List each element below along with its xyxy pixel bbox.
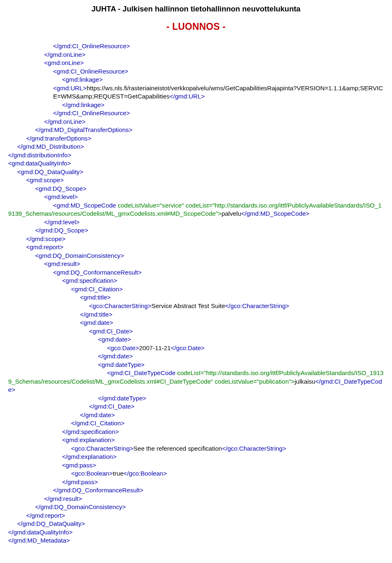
xml-pass-line: <gco:Boolean>true</gco:Boolean> — [8, 469, 384, 478]
xml-tag: </gmd:dataQualityInfo> — [8, 528, 384, 537]
xml-tag: </gmd:onLine> — [8, 51, 384, 59]
xml-tag: <gco:CharacterString> — [89, 302, 151, 309]
page-header: JUHTA - Julkisen hallinnon tietohallinno… — [8, 4, 384, 14]
xml-tag: <gmd:linkage> — [8, 76, 384, 84]
xml-tag: </gmd:CI_Citation> — [8, 419, 384, 428]
xml-tag: <gmd:DQ_Scope> — [8, 185, 384, 193]
xml-tag: </gmd:onLine> — [8, 118, 384, 126]
xml-tag: </gmd:level> — [8, 218, 384, 227]
xml-date-line: <gco:Date>2007-11-21</gco:Date> — [8, 344, 384, 353]
xml-text: palvelu — [221, 210, 241, 217]
xml-url-line: <gmd:URL>https://ws.nls.fi/rasteriaineis… — [8, 84, 384, 101]
xml-tag: <gco:Boolean> — [71, 470, 113, 477]
xml-tag: <gmd:report> — [8, 243, 384, 252]
xml-tag: </gmd:URL> — [169, 93, 205, 100]
xml-tag: <gmd:CI_OnlineResource> — [8, 67, 384, 76]
xml-tag: </gmd:explanation> — [8, 453, 384, 461]
xml-tag: </gmd:scope> — [8, 235, 384, 244]
xml-text: Service Abstract Test Suite — [151, 302, 225, 309]
xml-tag: <gmd:CI_DateTypeCode — [107, 369, 177, 376]
draft-title: - LUONNOS - — [8, 20, 384, 33]
xml-tag: </gco:CharacterString> — [225, 302, 289, 309]
xml-tag: </gmd:MD_DigitalTransferOptions> — [8, 126, 384, 134]
xml-datetype-code: <gmd:CI_DateTypeCode codeList="http://st… — [8, 369, 384, 394]
xml-tag: <gmd:DQ_DataQuality> — [8, 168, 384, 176]
xml-scope-code: <gmd:MD_ScopeCode codeListValue="service… — [8, 201, 384, 218]
xml-tag: </gco:Date> — [171, 344, 205, 351]
xml-tag: </gco:Boolean> — [123, 470, 167, 477]
xml-explanation-line: <gco:CharacterString>See the referenced … — [8, 445, 384, 453]
xml-attr: codeListValue="publication"> — [213, 378, 295, 385]
xml-tag: <gmd:dataQualityInfo> — [8, 159, 384, 168]
xml-tag: <gmd:specification> — [8, 277, 384, 285]
xml-tag: </gmd:title> — [8, 311, 384, 319]
xml-tag: </gmd:distributionInfo> — [8, 151, 384, 160]
xml-tag: </gmd:date> — [8, 411, 384, 420]
xml-tag: </gmd:CI_OnlineResource> — [8, 42, 384, 51]
xml-text: julkaisu — [294, 378, 315, 385]
xml-tag: <gmd:scope> — [8, 176, 384, 185]
xml-tag: </gmd:DQ_DataQuality> — [8, 520, 384, 528]
xml-tag: <gmd:URL> — [53, 85, 87, 92]
xml-tag: <gco:CharacterString> — [71, 445, 134, 452]
xml-tag: <gmd:DQ_ConformanceResult> — [8, 268, 384, 277]
xml-tag: <gmd:level> — [8, 193, 384, 201]
xml-tag: <gmd:CI_Citation> — [8, 285, 384, 294]
xml-tag: </gmd:transferOptions> — [8, 134, 384, 143]
xml-tag: <gco:Date> — [107, 344, 139, 351]
xml-tag: <gmd:MD_ScopeCode — [53, 202, 116, 209]
xml-tag: </gmd:result> — [8, 495, 384, 503]
xml-tag: </gmd:specification> — [8, 428, 384, 436]
xml-tag: </gmd:pass> — [8, 478, 384, 487]
xml-text: https://ws.nls.fi/rasteriaineistot/verkk… — [53, 85, 383, 100]
xml-tag: </gco:CharacterString> — [222, 445, 286, 452]
xml-code-block: </gmd:CI_OnlineResource> </gmd:onLine> <… — [8, 42, 384, 545]
xml-tag: </gmd:CI_Date> — [8, 402, 384, 411]
xml-tag: <gmd:dateType> — [8, 361, 384, 369]
xml-tag: <gmd:onLine> — [8, 59, 384, 67]
xml-tag: <gmd:DQ_DomainConsistency> — [8, 252, 384, 260]
xml-tag: <gmd:pass> — [8, 461, 384, 470]
xml-tag: <gmd:title> — [8, 293, 384, 302]
xml-tag: <gmd:result> — [8, 260, 384, 268]
xml-text: 2007-11-21 — [139, 344, 171, 351]
xml-tag: </gmd:MD_ScopeCode> — [241, 210, 310, 217]
xml-tag: <gmd:explanation> — [8, 436, 384, 445]
xml-tag: </gmd:linkage> — [8, 101, 384, 109]
xml-text: true — [113, 470, 123, 477]
xml-title-line: <gco:CharacterString>Service Abstract Te… — [8, 302, 384, 311]
xml-tag: </gmd:DQ_DomainConsistency> — [8, 503, 384, 512]
xml-text: See the referenced specification — [134, 445, 222, 452]
xml-tag: </gmd:MD_Metadata> — [8, 536, 384, 545]
xml-tag: <gmd:date> — [8, 335, 384, 344]
xml-tag: <gmd:date> — [8, 319, 384, 327]
xml-tag: </gmd:DQ_Scope> — [8, 226, 384, 235]
xml-tag: </gmd:CI_OnlineResource> — [8, 109, 384, 118]
xml-tag: </gmd:MD_Distribution> — [8, 143, 384, 151]
xml-tag: </gmd:report> — [8, 512, 384, 520]
xml-tag: </gmd:dateType> — [8, 394, 384, 403]
xml-tag: <gmd:CI_Date> — [8, 327, 384, 336]
xml-tag: </gmd:date> — [8, 352, 384, 361]
xml-tag: </gmd:DQ_ConformanceResult> — [8, 486, 384, 495]
